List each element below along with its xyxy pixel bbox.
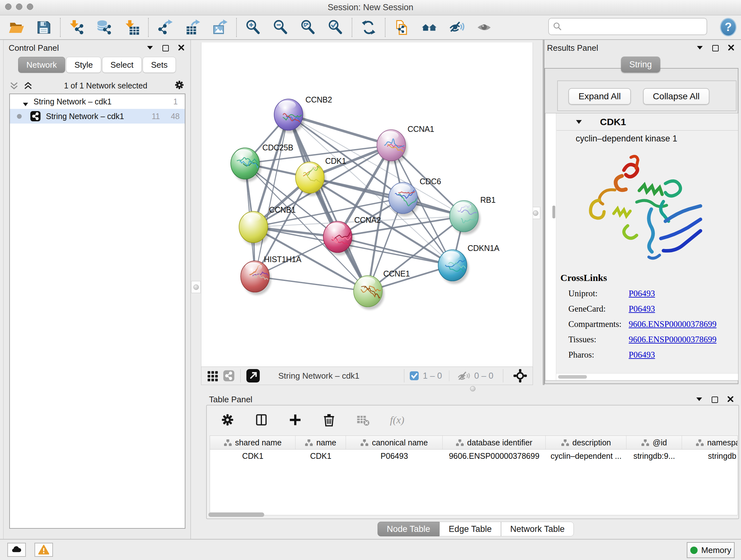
minimize-window-button[interactable]	[16, 3, 22, 10]
search-input[interactable]	[565, 22, 703, 32]
table-cell[interactable]: stringdb	[682, 449, 738, 462]
horizontal-splitter-grip[interactable]	[470, 386, 475, 391]
column-header-shared-name[interactable]: shared name	[210, 436, 295, 449]
tab-network[interactable]: Network	[18, 57, 65, 73]
crosslink-link[interactable]: P06493	[629, 304, 655, 314]
collection-expand-icon[interactable]	[23, 99, 28, 104]
results-tab-string[interactable]: String	[621, 57, 660, 72]
string-view-icon[interactable]	[222, 369, 235, 382]
zoom-in-icon[interactable]	[245, 19, 262, 36]
edge-CCNB2-HIST1H1A[interactable]	[255, 115, 288, 276]
crosslink-link[interactable]: P06493	[629, 289, 655, 299]
collapse-all-networks-icon[interactable]	[9, 81, 19, 90]
warning-button[interactable]	[35, 543, 53, 557]
export-network-icon[interactable]	[156, 19, 174, 36]
import-network-file-icon[interactable]	[68, 19, 85, 36]
results-hscrollbar[interactable]	[556, 373, 738, 380]
zoom-selected-icon[interactable]	[327, 19, 344, 36]
node-CDC6[interactable]: CDC6	[389, 177, 441, 216]
table-cell[interactable]: stringdb:9...	[626, 449, 682, 462]
table-cell[interactable]: 9606.ENSP00000378699	[443, 449, 546, 462]
column-header-namespace[interactable]: namespace	[682, 436, 738, 449]
show-columns-icon[interactable]	[254, 413, 269, 427]
close-window-button[interactable]	[5, 3, 11, 10]
tab-select[interactable]: Select	[102, 57, 142, 73]
gene-collapse-icon[interactable]	[576, 119, 582, 124]
save-session-icon[interactable]	[35, 19, 52, 36]
panel-float-icon[interactable]	[712, 396, 718, 403]
panel-collapse-icon[interactable]	[696, 45, 703, 51]
network-canvas[interactable]: CCNB2 CCNA1 CDC25B CDK1 CDC6 RB1 CCNB1 C…	[201, 43, 533, 367]
column-header-description[interactable]: description	[546, 436, 626, 449]
table-cell[interactable]: CDK1	[295, 449, 346, 462]
right-splitter[interactable]	[533, 40, 544, 385]
node-CCNB2[interactable]: CCNB2	[274, 95, 332, 133]
crosslink-link[interactable]: P06493	[629, 350, 655, 360]
tab-network-table[interactable]: Network Table	[501, 522, 574, 537]
node-CDKN1A[interactable]: CDKN1A	[438, 244, 499, 284]
edge-CCNB2-CCNE1[interactable]	[288, 115, 368, 291]
show-all-icon[interactable]	[475, 19, 493, 36]
node-RB1[interactable]: RB1	[450, 195, 495, 235]
zoom-out-icon[interactable]	[272, 19, 289, 36]
panel-collapse-icon[interactable]	[696, 396, 703, 403]
network-row[interactable]: String Network – cdk1 11 48	[10, 109, 185, 124]
new-network-from-selection-icon[interactable]	[393, 19, 410, 36]
panel-collapse-icon[interactable]	[146, 45, 153, 51]
node-CCNA1[interactable]: CCNA1	[377, 125, 434, 164]
zoom-window-button[interactable]	[27, 3, 33, 10]
node-CCNE1[interactable]: CCNE1	[354, 269, 410, 310]
network-collection-row[interactable]: String Network – cdk1 1	[10, 94, 185, 109]
first-neighbors-icon[interactable]	[421, 19, 438, 36]
add-column-icon[interactable]	[288, 413, 302, 427]
table-hscrollbar-thumb[interactable]	[208, 512, 264, 517]
column-header-name[interactable]: name	[295, 436, 346, 449]
horizontal-splitter[interactable]	[201, 385, 741, 392]
panel-close-icon[interactable]	[728, 44, 735, 52]
table-cell[interactable]: cyclin–dependent ...	[546, 449, 626, 462]
import-network-database-icon[interactable]	[96, 19, 113, 36]
delete-column-icon[interactable]	[322, 413, 336, 427]
expand-all-button[interactable]: Expand All	[568, 88, 631, 105]
tab-node-table[interactable]: Node Table	[378, 522, 440, 537]
tab-sets[interactable]: Sets	[143, 57, 176, 73]
export-table-icon[interactable]	[184, 19, 201, 36]
tab-edge-table[interactable]: Edge Table	[440, 522, 501, 537]
collapse-all-button[interactable]: Collapse All	[643, 88, 710, 105]
column-header-database-identifier[interactable]: database identifier	[443, 436, 546, 449]
panel-close-icon[interactable]	[727, 395, 734, 404]
apply-preferred-layout-icon[interactable]	[360, 19, 377, 36]
tab-style[interactable]: Style	[66, 57, 101, 73]
panel-close-icon[interactable]	[178, 44, 185, 52]
export-image-icon[interactable]	[211, 19, 228, 36]
gene-section-header[interactable]: CDK1	[556, 113, 738, 131]
table-cell[interactable]: CDK1	[210, 449, 295, 462]
results-scrollbar-thumb[interactable]	[552, 206, 555, 219]
table-row[interactable]: CDK1CDK1P064939606.ENSP00000378699cyclin…	[210, 449, 738, 462]
left-splitter[interactable]	[191, 40, 201, 539]
results-scrollbar[interactable]	[545, 113, 556, 380]
table-settings-icon[interactable]	[220, 413, 235, 427]
help-button[interactable]: ?	[720, 18, 737, 37]
birds-eye-crosshair-icon[interactable]	[513, 368, 528, 383]
column-header-canonical-name[interactable]: canonical name	[346, 436, 443, 449]
node-table[interactable]: shared namenamecanonical namedatabase id…	[210, 435, 738, 515]
crosslink-link[interactable]: 9606.ENSP00000378699	[629, 319, 717, 329]
open-session-icon[interactable]	[8, 19, 25, 36]
network-graph[interactable]: CCNB2 CCNA1 CDC25B CDK1 CDC6 RB1 CCNB1 C…	[201, 43, 533, 367]
search-box[interactable]	[548, 18, 707, 35]
import-table-file-icon[interactable]	[123, 19, 140, 36]
column-header-@id[interactable]: @id	[626, 436, 682, 449]
crosslink-link[interactable]: 9606.ENSP00000378699	[629, 334, 717, 345]
panel-float-icon[interactable]	[162, 45, 169, 51]
table-cell[interactable]: P06493	[346, 449, 443, 462]
edge-HIST1H1A-CCNE1[interactable]	[255, 276, 368, 291]
grid-view-icon[interactable]	[206, 369, 219, 382]
hide-selected-icon[interactable]	[448, 19, 465, 36]
left-splitter-grip[interactable]	[191, 281, 201, 293]
selected-checkbox-icon[interactable]	[409, 371, 419, 381]
expand-all-networks-icon[interactable]	[23, 81, 33, 90]
results-hscrollbar-thumb[interactable]	[558, 375, 587, 379]
zoom-fit-icon[interactable]	[299, 19, 317, 36]
cloud-button[interactable]	[7, 543, 26, 557]
